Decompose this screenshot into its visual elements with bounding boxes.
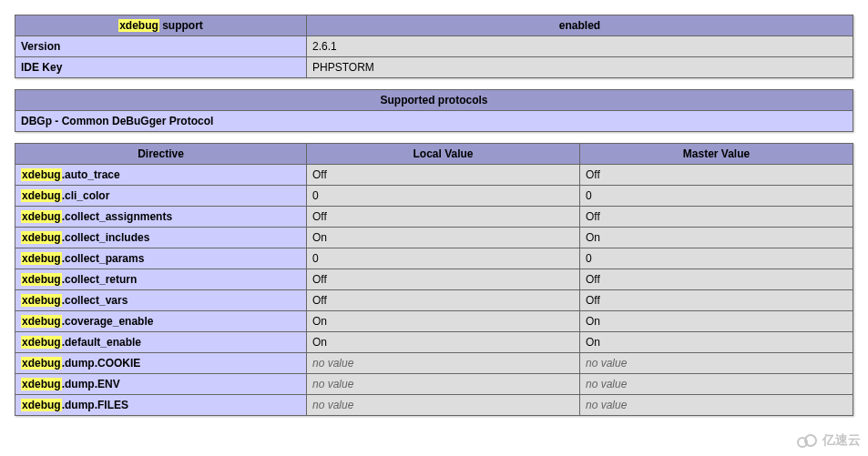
directive-col-header: Directive [15,144,307,165]
directive-suffix: .collect_return [62,273,138,286]
table-row: xdebug.auto_traceOffOff [15,165,853,186]
master-value: no value [580,395,853,416]
directive-suffix: .dump.FILES [62,399,128,411]
directive-name: xdebug.collect_return [15,269,307,290]
local-value: no value [307,374,580,395]
table-row: xdebug.collect_varsOffOff [15,290,853,311]
watermark: 亿速云 [795,432,861,441]
master-value: 0 [580,186,853,207]
highlight-prefix: xdebug [21,231,62,244]
svg-point-0 [798,438,807,441]
table-row: xdebug.coverage_enableOnOn [15,311,853,332]
directive-suffix: .collect_includes [62,231,150,244]
supported-protocols-table: Supported protocols DBGp - Common DeBuGg… [15,89,853,132]
directive-name: xdebug.dump.FILES [15,395,307,416]
directive-name: xdebug.collect_assignments [15,207,307,228]
highlight-prefix: xdebug [21,315,62,328]
support-header-left: xdebug support [15,15,307,36]
directive-name: xdebug.collect_vars [15,290,307,311]
highlight-prefix: xdebug [21,336,62,349]
support-key: IDE Key [15,57,307,78]
highlight-prefix: xdebug [21,252,62,265]
highlight-prefix: xdebug [21,378,62,390]
master-value: Off [580,290,853,311]
master-value: Off [580,269,853,290]
directive-suffix: .dump.COOKIE [62,357,141,370]
cloud-icon [795,432,819,441]
master-value: On [580,228,853,248]
master-value: Off [580,207,853,228]
local-value: Off [307,269,580,290]
directive-name: xdebug.collect_includes [15,228,307,248]
directive-suffix: .dump.ENV [62,378,120,390]
highlight-prefix: xdebug [118,19,159,32]
local-value: Off [307,165,580,186]
highlight-prefix: xdebug [21,357,62,370]
directive-suffix: .coverage_enable [62,315,154,328]
local-value: On [307,228,580,248]
master-value: no value [580,374,853,395]
directives-table: Directive Local Value Master Value xdebu… [15,143,853,416]
directive-suffix: .collect_vars [62,294,128,307]
table-row: xdebug.cli_color00 [15,186,853,207]
local-value: no value [307,353,580,374]
table-row: xdebug.collect_returnOffOff [15,269,853,290]
highlight-prefix: xdebug [21,294,62,307]
local-value: 0 [307,186,580,207]
table-row: xdebug.collect_params00 [15,248,853,269]
support-value: PHPSTORM [307,57,853,78]
table-row: xdebug.default_enableOnOn [15,332,853,353]
table-row: xdebug.collect_assignmentsOffOff [15,207,853,228]
protocol-row: DBGp - Common DeBuGger Protocol [15,111,853,132]
highlight-prefix: xdebug [21,168,62,181]
table-row: IDE KeyPHPSTORM [15,57,853,78]
support-value: 2.6.1 [307,36,853,57]
local-value: On [307,311,580,332]
highlight-prefix: xdebug [21,210,62,223]
xdebug-support-table: xdebug support enabled Version2.6.1IDE K… [15,15,853,78]
watermark-text: 亿速云 [822,432,861,441]
support-key: Version [15,36,307,57]
master-value-col-header: Master Value [580,144,853,165]
highlight-prefix: xdebug [21,189,62,202]
directive-name: xdebug.collect_params [15,248,307,269]
directive-name: xdebug.dump.COOKIE [15,353,307,374]
directive-name: xdebug.dump.ENV [15,374,307,395]
svg-point-1 [805,435,816,441]
highlight-prefix: xdebug [21,273,62,286]
support-header-right: enabled [307,15,853,36]
directive-name: xdebug.coverage_enable [15,311,307,332]
support-header-suffix: support [159,19,203,32]
local-value: Off [307,290,580,311]
directive-name: xdebug.auto_trace [15,165,307,186]
table-row: xdebug.dump.ENVno valueno value [15,374,853,395]
directive-suffix: .collect_params [62,252,145,265]
local-value-col-header: Local Value [307,144,580,165]
highlight-prefix: xdebug [21,399,62,411]
protocols-header: Supported protocols [15,90,853,111]
master-value: Off [580,165,853,186]
local-value: On [307,332,580,353]
table-row: Version2.6.1 [15,36,853,57]
local-value: 0 [307,248,580,269]
master-value: 0 [580,248,853,269]
local-value: Off [307,207,580,228]
directive-suffix: .collect_assignments [62,210,172,223]
directive-suffix: .default_enable [62,336,141,349]
master-value: no value [580,353,853,374]
directive-name: xdebug.default_enable [15,332,307,353]
table-row: xdebug.dump.FILESno valueno value [15,395,853,416]
directive-suffix: .auto_trace [62,168,120,181]
master-value: On [580,332,853,353]
directive-name: xdebug.cli_color [15,186,307,207]
table-row: xdebug.dump.COOKIEno valueno value [15,353,853,374]
table-row: xdebug.collect_includesOnOn [15,228,853,248]
master-value: On [580,311,853,332]
directive-suffix: .cli_color [62,189,110,202]
local-value: no value [307,395,580,416]
